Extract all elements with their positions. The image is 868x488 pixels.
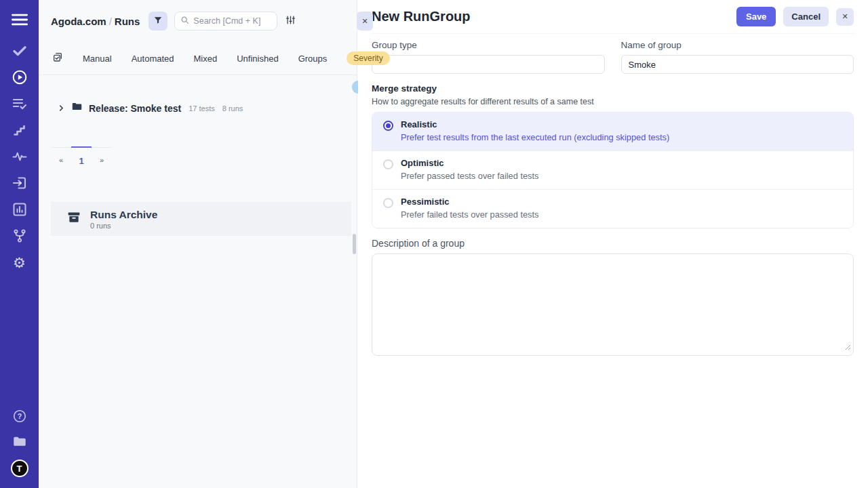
pagination-prev[interactable]: « [51, 148, 71, 171]
save-button[interactable]: Save [736, 7, 776, 26]
option-realistic-title: Realistic [401, 119, 669, 130]
breadcrumb-project[interactable]: Agoda.com [51, 16, 106, 27]
merge-strategy-options: Realistic Prefer test results from the l… [372, 112, 854, 228]
tests-check-icon[interactable] [12, 43, 28, 59]
pagination-next[interactable]: » [92, 148, 112, 171]
panel-close-button[interactable]: ✕ [357, 12, 373, 30]
pagination: « 1 » [51, 147, 112, 171]
cancel-button[interactable]: Cancel [783, 7, 829, 26]
import-icon[interactable] [12, 175, 28, 191]
settings-gear-icon[interactable]: ⚙ [12, 254, 28, 270]
drawer-actions: Save Cancel ✕ [736, 7, 854, 26]
tab-manual[interactable]: Manual [83, 54, 112, 64]
severity-badge[interactable]: Severity [347, 52, 389, 65]
sidebar-bottom: ? T [11, 408, 28, 477]
breadcrumb: Agoda.com/Runs [51, 16, 140, 27]
drawer-header: New RunGroup Save Cancel ✕ [372, 0, 854, 34]
group-name-input[interactable] [621, 55, 854, 74]
tab-automated[interactable]: Automated [132, 54, 174, 64]
merge-strategy-label: Merge strategy [372, 83, 854, 94]
archive-title: Runs Archive [90, 209, 157, 220]
runs-panel: Agoda.com/Runs Manual Automated Mixed Un… [39, 0, 357, 488]
runs-filter-tabs: Manual Automated Mixed Unfinished Groups… [39, 30, 357, 75]
run-group-row[interactable]: Release: Smoke test 17 tests 8 runs [58, 101, 357, 115]
breadcrumb-page: Runs [115, 16, 140, 27]
scrollbar-thumb[interactable] [353, 234, 356, 254]
group-type-input[interactable] [372, 55, 605, 74]
sliders-icon [285, 15, 296, 27]
tab-mixed[interactable]: Mixed [194, 54, 218, 64]
search-icon [180, 15, 189, 27]
run-group-runs-count: 8 runs [222, 104, 243, 113]
archive-box-icon [67, 211, 81, 227]
option-optimistic-description: Prefer passed tests over failed tests [401, 171, 538, 181]
option-pessimistic[interactable]: Pessimistic Prefer failed tests over pas… [372, 189, 853, 228]
milestones-steps-icon[interactable] [12, 122, 28, 138]
plans-list-check-icon[interactable] [12, 96, 28, 112]
runs-topbar: Agoda.com/Runs [39, 0, 357, 30]
filter-button[interactable] [149, 12, 167, 30]
group-type-label: Group type [372, 40, 605, 50]
option-realistic-description: Prefer test results from the last execut… [401, 132, 669, 142]
pagination-page-1[interactable]: 1 [71, 148, 92, 171]
group-name-label: Name of group [621, 40, 854, 50]
run-group-tests-count: 17 tests [189, 104, 215, 113]
branch-icon[interactable] [12, 228, 28, 244]
select-all-icon[interactable] [52, 52, 63, 65]
user-avatar[interactable]: T [11, 460, 28, 477]
option-optimistic-title: Optimistic [401, 158, 538, 169]
svg-text:?: ? [17, 412, 21, 420]
drawer-close-button[interactable]: ✕ [836, 8, 854, 26]
funnel-icon [153, 16, 163, 27]
drawer-title: New RunGroup [372, 9, 471, 24]
projects-folder-icon[interactable] [12, 434, 28, 450]
archive-count: 0 runs [90, 222, 157, 230]
menu-icon[interactable] [12, 12, 28, 28]
runs-archive-row[interactable]: Runs Archive 0 runs [51, 202, 351, 236]
folder-icon [71, 101, 83, 115]
pulse-activity-icon[interactable] [12, 148, 28, 165]
hidden-badge-partial [352, 81, 358, 94]
chevron-right-icon[interactable] [58, 102, 65, 115]
option-pessimistic-description: Prefer failed tests over passed tests [401, 209, 538, 220]
option-realistic[interactable]: Realistic Prefer test results from the l… [372, 113, 853, 150]
radio-pessimistic[interactable] [383, 198, 393, 208]
new-rungroup-drawer: New RunGroup Save Cancel ✕ Group type Na… [357, 0, 868, 488]
sidebar-nav: ⚙ [12, 43, 28, 270]
description-label: Description of a group [372, 238, 854, 249]
radio-optimistic[interactable] [383, 159, 393, 169]
merge-strategy-hint: How to aggregate results for different r… [372, 97, 854, 106]
radio-realistic[interactable] [383, 121, 393, 131]
help-icon[interactable]: ? [12, 408, 28, 424]
analytics-bar-chart-icon[interactable] [12, 201, 28, 218]
sidebar: ⚙ ? T [0, 0, 39, 488]
form-row: Group type Name of group [372, 40, 854, 74]
search-box[interactable] [174, 12, 277, 30]
view-settings-button[interactable] [285, 15, 296, 27]
runs-play-circle-icon[interactable] [12, 69, 28, 85]
breadcrumb-separator: / [106, 16, 115, 27]
run-group-label[interactable]: Release: Smoke test [89, 103, 181, 114]
option-pessimistic-title: Pessimistic [401, 197, 538, 207]
search-input[interactable] [193, 16, 268, 26]
description-textarea[interactable] [372, 253, 854, 356]
option-optimistic[interactable]: Optimistic Prefer passed tests over fail… [372, 150, 853, 189]
tab-groups[interactable]: Groups [298, 54, 328, 64]
tab-unfinished[interactable]: Unfinished [237, 54, 278, 64]
